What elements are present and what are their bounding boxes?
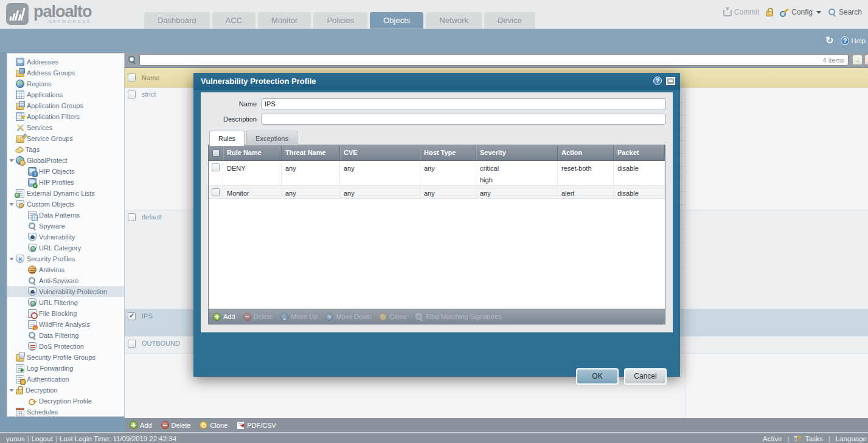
rule-checkbox[interactable] <box>212 163 220 171</box>
list-icon <box>16 189 24 197</box>
dialog-tab-exceptions[interactable]: Exceptions <box>246 131 297 145</box>
sidebar-item-vulnerability-protection[interactable]: Vulnerability Protection <box>7 286 124 297</box>
filter-bar: 4 items → × <box>125 52 868 68</box>
profile-name-link[interactable]: strict <box>142 91 156 98</box>
rules-add-button[interactable]: Add <box>213 313 235 321</box>
ok-button[interactable]: OK <box>576 368 619 385</box>
refresh-icon[interactable]: ↻ <box>825 36 833 46</box>
column-header-cve[interactable]: CVE <box>340 145 420 160</box>
apply-filter-button[interactable]: → <box>852 55 863 65</box>
sidebar-tree: AddressesAddress GroupsRegionsApplicatio… <box>7 53 125 417</box>
rule-row-deny[interactable]: DENYanyanyanycriticalhighreset-bothdisab… <box>209 161 665 186</box>
tab-acc[interactable]: ACC <box>212 12 255 29</box>
dialog-help-icon[interactable] <box>653 77 662 85</box>
help-button[interactable]: Help <box>841 36 866 45</box>
sidebar-item-custom-objects[interactable]: Custom Objects <box>7 199 124 210</box>
sidebar-item-tags[interactable]: Tags <box>7 144 124 155</box>
lock-icon[interactable] <box>766 11 773 16</box>
column-header-threat-name[interactable]: Threat Name <box>282 145 340 160</box>
sidebar-item-addresses[interactable]: Addresses <box>7 57 124 67</box>
find-icon <box>415 312 423 321</box>
rules-select-all-checkbox[interactable] <box>212 149 220 157</box>
sidebar-item-url-filtering[interactable]: URL Filtering <box>7 297 124 308</box>
tab-policies[interactable]: Policies <box>313 12 367 29</box>
sidebar-item-antivirus[interactable]: Antivirus <box>7 264 124 275</box>
sidebar-item-url-category[interactable]: URL Category <box>7 242 124 253</box>
sidebar-item-label: DoS Protection <box>39 343 84 350</box>
tab-network[interactable]: Network <box>426 12 482 29</box>
sidebar-item-hip-objects[interactable]: HIP Objects <box>7 166 124 177</box>
column-header-host-type[interactable]: Host Type <box>420 145 476 160</box>
sidebar-item-file-blocking[interactable]: File Blocking <box>7 308 124 319</box>
config-menu[interactable]: Config <box>780 8 821 16</box>
rule-checkbox[interactable] <box>212 188 220 196</box>
sidebar-item-schedules[interactable]: Schedules <box>7 407 124 417</box>
sidebar-item-dos-protection[interactable]: DoS Protection <box>7 341 124 352</box>
tab-monitor[interactable]: Monitor <box>258 12 311 29</box>
profile-name-link[interactable]: IPS <box>142 312 153 320</box>
tab-device[interactable]: Device <box>484 12 535 29</box>
sidebar-item-regions[interactable]: Regions <box>7 78 124 89</box>
sidebar-item-label: URL Filtering <box>39 299 78 306</box>
cancel-button[interactable]: Cancel <box>624 368 667 385</box>
tasks-button[interactable]: Tasks <box>805 435 822 442</box>
sidebar-item-decryption[interactable]: Decryption <box>7 385 124 396</box>
rule-row-monitor[interactable]: Monitoranyanyanyanyalertdisable <box>209 186 665 199</box>
main-pdf-csv-button[interactable]: PDF/CSV <box>237 421 276 430</box>
name-field[interactable] <box>262 98 665 109</box>
tab-dashboard[interactable]: Dashboard <box>144 12 210 29</box>
main-clone-button[interactable]: Clone <box>200 421 227 429</box>
column-header-severity[interactable]: Severity <box>476 145 558 160</box>
column-header-rule-name[interactable]: Rule Name <box>223 145 282 160</box>
row-checkbox[interactable] <box>128 340 136 348</box>
sidebar-item-anti-spyware[interactable]: Anti-Spyware <box>7 275 124 286</box>
row-checkbox[interactable] <box>128 312 136 320</box>
sidebar-item-data-filtering[interactable]: Data Filtering <box>7 330 124 341</box>
sidebar-item-decryption-profile[interactable]: Decryption Profile <box>7 396 124 407</box>
sidebar-item-services[interactable]: Services <box>7 122 124 133</box>
language-button[interactable]: Language <box>836 435 867 442</box>
main-add-button[interactable]: Add <box>130 421 152 429</box>
sidebar-item-data-patterns[interactable]: Data Patterns <box>7 210 124 221</box>
dialog-minimize-icon[interactable] <box>666 77 675 85</box>
monitor-icon <box>16 58 24 66</box>
sidebar-item-log-forwarding[interactable]: Log Forwarding <box>7 363 124 374</box>
sidebar-item-vulnerability[interactable]: Vulnerability <box>7 232 124 242</box>
logout-link[interactable]: Logout <box>32 435 53 442</box>
row-checkbox[interactable] <box>128 213 136 221</box>
search-button[interactable]: Search <box>828 8 862 16</box>
sidebar-item-application-filters[interactable]: Application Filters <box>7 111 124 122</box>
sidebar-item-label: Application Groups <box>27 102 83 109</box>
sidebar-item-service-groups[interactable]: Service Groups <box>7 133 124 144</box>
expand-arrow-icon[interactable] <box>9 254 16 264</box>
sidebar-item-spyware[interactable]: Spyware <box>7 221 124 232</box>
sidebar-item-external-dynamic-lists[interactable]: External Dynamic Lists <box>7 188 124 199</box>
row-checkbox[interactable] <box>128 91 136 98</box>
sidebar-item-label: Custom Objects <box>27 201 74 208</box>
column-header-action[interactable]: Action <box>558 145 614 160</box>
sidebar-item-address-groups[interactable]: Address Groups <box>7 67 124 78</box>
sidebar-item-wildfire-analysis[interactable]: WildFire Analysis <box>7 319 124 330</box>
dialog-tab-rules[interactable]: Rules <box>209 131 245 146</box>
profile-name-link[interactable]: default <box>142 213 162 221</box>
expand-arrow-icon[interactable] <box>9 199 16 210</box>
filter-input[interactable]: 4 items <box>139 54 849 66</box>
description-field[interactable] <box>262 114 665 125</box>
sidebar-item-authentication[interactable]: Authentication <box>7 374 124 385</box>
select-all-checkbox[interactable] <box>128 74 136 81</box>
sidebar-item-security-profiles[interactable]: Security Profiles <box>7 253 124 264</box>
sidebar-item-hip-profiles[interactable]: HIP Profiles <box>7 177 124 188</box>
main-delete-button[interactable]: Delete <box>161 421 191 429</box>
commit-button[interactable]: Commit <box>723 8 759 16</box>
sidebar-item-applications[interactable]: Applications <box>7 89 124 100</box>
clear-filter-button[interactable]: × <box>864 55 868 65</box>
expand-arrow-icon[interactable] <box>9 385 16 396</box>
sidebar-item-security-profile-groups[interactable]: Security Profile Groups <box>7 352 124 363</box>
expand-arrow-icon[interactable] <box>9 156 16 166</box>
profile-name-link[interactable]: OUTBOUND <box>142 340 180 347</box>
sidebar-item-application-groups[interactable]: Application Groups <box>7 100 124 111</box>
shield-gear-icon <box>16 200 24 208</box>
tab-objects[interactable]: Objects <box>370 12 423 29</box>
column-header-packet-capture[interactable]: Packet Capture <box>614 145 665 160</box>
sidebar-item-globalprotect[interactable]: GlobalProtect <box>7 155 124 166</box>
